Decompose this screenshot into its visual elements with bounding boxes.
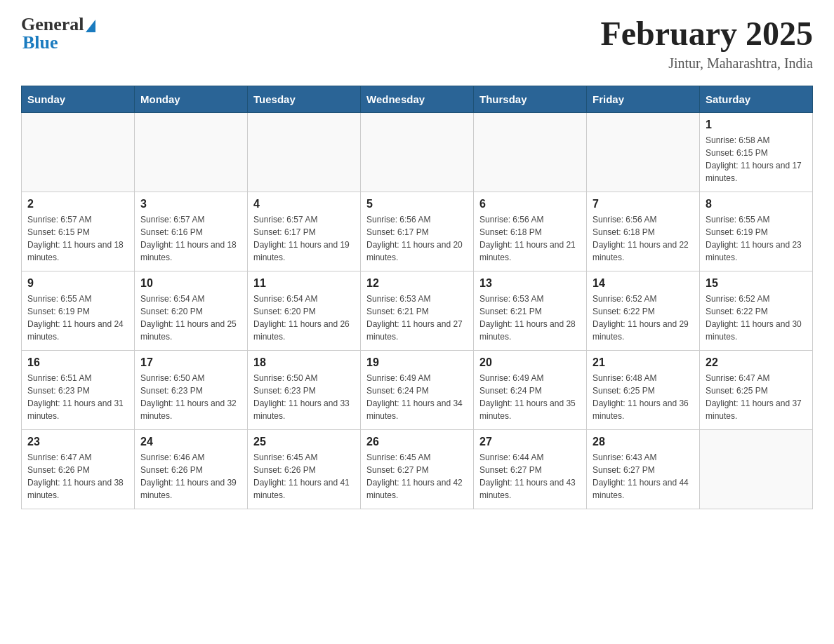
calendar-day-cell bbox=[135, 113, 248, 192]
calendar-day-cell: 7Sunrise: 6:56 AM Sunset: 6:18 PM Daylig… bbox=[587, 192, 700, 271]
calendar-day-cell bbox=[361, 113, 474, 192]
logo-arrow-icon bbox=[86, 20, 95, 32]
calendar-day-cell: 13Sunrise: 6:53 AM Sunset: 6:21 PM Dayli… bbox=[474, 271, 587, 351]
day-info-text: Sunrise: 6:45 AM Sunset: 6:27 PM Dayligh… bbox=[366, 451, 468, 502]
calendar-day-cell: 27Sunrise: 6:44 AM Sunset: 6:27 PM Dayli… bbox=[474, 430, 587, 509]
day-number: 5 bbox=[366, 198, 468, 210]
logo-blue-text: Blue bbox=[22, 32, 95, 53]
day-info-text: Sunrise: 6:57 AM Sunset: 6:16 PM Dayligh… bbox=[140, 213, 241, 264]
day-number: 4 bbox=[253, 198, 355, 210]
day-info-text: Sunrise: 6:55 AM Sunset: 6:19 PM Dayligh… bbox=[27, 293, 128, 343]
calendar-day-cell: 22Sunrise: 6:47 AM Sunset: 6:25 PM Dayli… bbox=[700, 351, 813, 430]
day-info-text: Sunrise: 6:44 AM Sunset: 6:27 PM Dayligh… bbox=[479, 451, 581, 502]
calendar-day-cell: 2Sunrise: 6:57 AM Sunset: 6:15 PM Daylig… bbox=[22, 192, 135, 271]
day-of-week-header: Thursday bbox=[474, 86, 587, 113]
calendar-day-cell: 5Sunrise: 6:56 AM Sunset: 6:17 PM Daylig… bbox=[361, 192, 474, 271]
day-info-text: Sunrise: 6:54 AM Sunset: 6:20 PM Dayligh… bbox=[253, 293, 355, 343]
day-number: 19 bbox=[366, 356, 468, 369]
calendar-day-cell: 23Sunrise: 6:47 AM Sunset: 6:26 PM Dayli… bbox=[22, 430, 135, 509]
day-number: 3 bbox=[140, 198, 241, 210]
day-number: 24 bbox=[140, 436, 241, 448]
calendar-week-row: 9Sunrise: 6:55 AM Sunset: 6:19 PM Daylig… bbox=[22, 271, 813, 351]
calendar-day-cell: 1Sunrise: 6:58 AM Sunset: 6:15 PM Daylig… bbox=[700, 113, 813, 192]
day-number: 6 bbox=[479, 198, 581, 210]
calendar-day-cell bbox=[22, 113, 135, 192]
calendar-day-cell: 15Sunrise: 6:52 AM Sunset: 6:22 PM Dayli… bbox=[700, 271, 813, 351]
calendar-day-cell: 25Sunrise: 6:45 AM Sunset: 6:26 PM Dayli… bbox=[248, 430, 361, 509]
day-number: 22 bbox=[706, 356, 807, 369]
calendar-week-row: 16Sunrise: 6:51 AM Sunset: 6:23 PM Dayli… bbox=[22, 351, 813, 430]
day-of-week-header: Monday bbox=[135, 86, 248, 113]
title-block: February 2025 Jintur, Maharashtra, India bbox=[600, 14, 813, 72]
day-number: 11 bbox=[253, 277, 355, 290]
calendar-week-row: 1Sunrise: 6:58 AM Sunset: 6:15 PM Daylig… bbox=[22, 113, 813, 192]
day-info-text: Sunrise: 6:58 AM Sunset: 6:15 PM Dayligh… bbox=[706, 134, 807, 185]
calendar-day-cell: 21Sunrise: 6:48 AM Sunset: 6:25 PM Dayli… bbox=[587, 351, 700, 430]
calendar-day-cell bbox=[587, 113, 700, 192]
day-info-text: Sunrise: 6:49 AM Sunset: 6:24 PM Dayligh… bbox=[479, 372, 581, 422]
day-info-text: Sunrise: 6:47 AM Sunset: 6:25 PM Dayligh… bbox=[706, 372, 807, 422]
calendar-day-cell bbox=[474, 113, 587, 192]
day-number: 18 bbox=[253, 356, 355, 369]
calendar-day-cell: 26Sunrise: 6:45 AM Sunset: 6:27 PM Dayli… bbox=[361, 430, 474, 509]
calendar-day-cell: 14Sunrise: 6:52 AM Sunset: 6:22 PM Dayli… bbox=[587, 271, 700, 351]
day-number: 10 bbox=[140, 277, 241, 290]
calendar-week-row: 23Sunrise: 6:47 AM Sunset: 6:26 PM Dayli… bbox=[22, 430, 813, 509]
calendar-day-cell bbox=[700, 430, 813, 509]
day-info-text: Sunrise: 6:49 AM Sunset: 6:24 PM Dayligh… bbox=[366, 372, 468, 422]
day-number: 16 bbox=[27, 356, 128, 369]
calendar-day-cell: 10Sunrise: 6:54 AM Sunset: 6:20 PM Dayli… bbox=[135, 271, 248, 351]
day-number: 17 bbox=[140, 356, 241, 369]
day-info-text: Sunrise: 6:53 AM Sunset: 6:21 PM Dayligh… bbox=[366, 293, 468, 343]
day-number: 26 bbox=[366, 436, 468, 448]
day-info-text: Sunrise: 6:57 AM Sunset: 6:15 PM Dayligh… bbox=[27, 213, 128, 264]
day-info-text: Sunrise: 6:53 AM Sunset: 6:21 PM Dayligh… bbox=[479, 293, 581, 343]
calendar-day-cell: 18Sunrise: 6:50 AM Sunset: 6:23 PM Dayli… bbox=[248, 351, 361, 430]
location-text: Jintur, Maharashtra, India bbox=[600, 55, 813, 72]
day-number: 13 bbox=[479, 277, 581, 290]
calendar-day-cell bbox=[248, 113, 361, 192]
day-info-text: Sunrise: 6:48 AM Sunset: 6:25 PM Dayligh… bbox=[593, 372, 694, 422]
calendar-day-cell: 11Sunrise: 6:54 AM Sunset: 6:20 PM Dayli… bbox=[248, 271, 361, 351]
day-info-text: Sunrise: 6:50 AM Sunset: 6:23 PM Dayligh… bbox=[253, 372, 355, 422]
day-info-text: Sunrise: 6:46 AM Sunset: 6:26 PM Dayligh… bbox=[140, 451, 241, 502]
calendar-body: 1Sunrise: 6:58 AM Sunset: 6:15 PM Daylig… bbox=[22, 113, 813, 509]
day-info-text: Sunrise: 6:50 AM Sunset: 6:23 PM Dayligh… bbox=[140, 372, 241, 422]
calendar-table: SundayMondayTuesdayWednesdayThursdayFrid… bbox=[21, 86, 813, 509]
day-info-text: Sunrise: 6:56 AM Sunset: 6:18 PM Dayligh… bbox=[593, 213, 694, 264]
day-info-text: Sunrise: 6:52 AM Sunset: 6:22 PM Dayligh… bbox=[593, 293, 694, 343]
day-number: 21 bbox=[593, 356, 694, 369]
day-of-week-header: Friday bbox=[587, 86, 700, 113]
month-title: February 2025 bbox=[600, 14, 813, 53]
day-number: 28 bbox=[593, 436, 694, 448]
calendar-day-cell: 28Sunrise: 6:43 AM Sunset: 6:27 PM Dayli… bbox=[587, 430, 700, 509]
calendar-day-cell: 3Sunrise: 6:57 AM Sunset: 6:16 PM Daylig… bbox=[135, 192, 248, 271]
day-info-text: Sunrise: 6:47 AM Sunset: 6:26 PM Dayligh… bbox=[27, 451, 128, 502]
day-number: 1 bbox=[706, 119, 807, 131]
day-number: 23 bbox=[27, 436, 128, 448]
day-info-text: Sunrise: 6:51 AM Sunset: 6:23 PM Dayligh… bbox=[27, 372, 128, 422]
calendar-day-cell: 16Sunrise: 6:51 AM Sunset: 6:23 PM Dayli… bbox=[22, 351, 135, 430]
day-number: 12 bbox=[366, 277, 468, 290]
day-info-text: Sunrise: 6:56 AM Sunset: 6:18 PM Dayligh… bbox=[479, 213, 581, 264]
day-number: 15 bbox=[706, 277, 807, 290]
page-header: General Blue February 2025 Jintur, Mahar… bbox=[21, 14, 813, 72]
calendar-day-cell: 9Sunrise: 6:55 AM Sunset: 6:19 PM Daylig… bbox=[22, 271, 135, 351]
calendar-day-cell: 4Sunrise: 6:57 AM Sunset: 6:17 PM Daylig… bbox=[248, 192, 361, 271]
calendar-day-cell: 19Sunrise: 6:49 AM Sunset: 6:24 PM Dayli… bbox=[361, 351, 474, 430]
calendar-day-cell: 8Sunrise: 6:55 AM Sunset: 6:19 PM Daylig… bbox=[700, 192, 813, 271]
calendar-day-cell: 24Sunrise: 6:46 AM Sunset: 6:26 PM Dayli… bbox=[135, 430, 248, 509]
day-info-text: Sunrise: 6:45 AM Sunset: 6:26 PM Dayligh… bbox=[253, 451, 355, 502]
day-number: 7 bbox=[593, 198, 694, 210]
day-number: 25 bbox=[253, 436, 355, 448]
calendar-day-cell: 6Sunrise: 6:56 AM Sunset: 6:18 PM Daylig… bbox=[474, 192, 587, 271]
day-of-week-header: Tuesday bbox=[248, 86, 361, 113]
day-header-row: SundayMondayTuesdayWednesdayThursdayFrid… bbox=[22, 86, 813, 113]
calendar-week-row: 2Sunrise: 6:57 AM Sunset: 6:15 PM Daylig… bbox=[22, 192, 813, 271]
day-info-text: Sunrise: 6:54 AM Sunset: 6:20 PM Dayligh… bbox=[140, 293, 241, 343]
day-number: 14 bbox=[593, 277, 694, 290]
calendar-day-cell: 17Sunrise: 6:50 AM Sunset: 6:23 PM Dayli… bbox=[135, 351, 248, 430]
day-info-text: Sunrise: 6:55 AM Sunset: 6:19 PM Dayligh… bbox=[706, 213, 807, 264]
day-number: 8 bbox=[706, 198, 807, 210]
day-of-week-header: Saturday bbox=[700, 86, 813, 113]
